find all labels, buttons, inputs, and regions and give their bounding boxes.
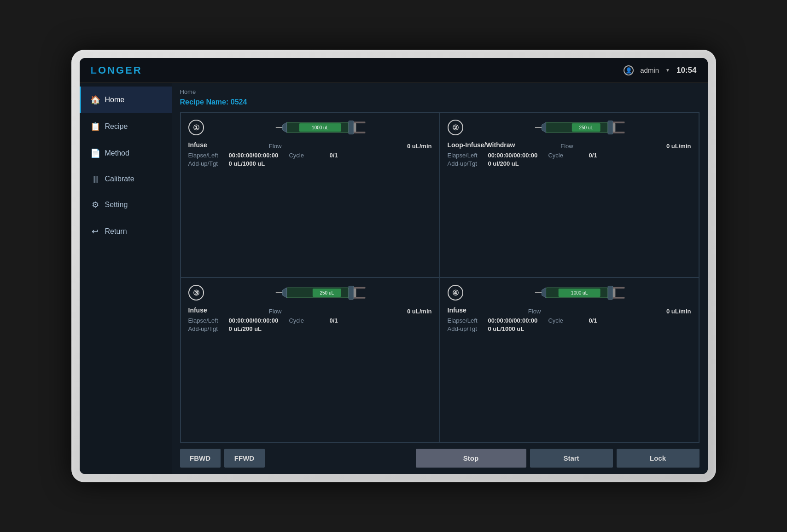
screen: LONGER 👤 admin ▼ 10:54 🏠 Home 📋 Recipe	[80, 58, 708, 474]
pump-4-cycle-label: Cycle	[548, 317, 585, 324]
recipe-name: Recipe Name: 0524	[180, 98, 700, 106]
pump-1-addup-value: 0 uL/1000 uL	[229, 160, 265, 167]
sidebar-label-setting: Setting	[105, 201, 128, 209]
breadcrumb: Home	[180, 88, 700, 95]
return-icon: ↩	[90, 226, 100, 237]
start-button[interactable]: Start	[530, 449, 613, 468]
pump-2-info: Loop-Infuse/Withdraw Flow 0 uL/min Elaps…	[448, 141, 691, 168]
pump-1-info: Infuse Flow 0 uL/min Elapse/Left 00:00:0…	[188, 141, 432, 168]
svg-rect-23	[354, 289, 356, 297]
pump-1-mode-row: Infuse Flow 0 uL/min	[188, 141, 432, 150]
header: LONGER 👤 admin ▼ 10:54	[80, 58, 708, 83]
pump-4-addup-value: 0 uL/1000 uL	[488, 325, 525, 332]
pump-4-cycle-value: 0/1	[589, 317, 597, 324]
sidebar-item-setting[interactable]: ⚙ Setting	[80, 191, 172, 218]
pump-3-syringe: 250 uL	[210, 283, 432, 302]
pump-4-elapse-label: Elapse/Left	[448, 317, 484, 324]
pump-grid: ①	[180, 112, 700, 443]
pump-card-2[interactable]: ② 250 uL	[440, 112, 699, 278]
pump-4-addup-label: Add-up/Tgt	[448, 325, 484, 332]
method-icon: 📄	[90, 148, 100, 158]
pump-2-header: ② 250 uL	[448, 118, 691, 137]
fbwd-button[interactable]: FBWD	[180, 449, 221, 468]
pump-3-elapse-value: 00:00:00/00:00:00	[229, 317, 279, 324]
pump-3-flow-label: Flow	[269, 308, 281, 315]
pump-1-mode: Infuse	[188, 141, 207, 149]
home-icon: 🏠	[90, 95, 100, 105]
pump-4-elapse-row: Elapse/Left 00:00:00/00:00:00 Cycle 0/1	[448, 317, 691, 324]
pump-2-addup-label: Add-up/Tgt	[448, 160, 484, 167]
sidebar: 🏠 Home 📋 Recipe 📄 Method |||| Calibrate …	[80, 83, 172, 474]
pump-1-header: ①	[188, 118, 432, 137]
bottom-bar: FBWD FFWD Stop Start Lock	[180, 449, 700, 468]
pump-3-elapse-label: Elapse/Left	[188, 317, 225, 324]
content-area: Home Recipe Name: 0524 ①	[172, 83, 708, 474]
recipe-name-label: Recipe Name:	[180, 98, 229, 106]
ffwd-button[interactable]: FFWD	[224, 449, 265, 468]
pump-3-info: Infuse Flow 0 uL/min Elapse/Left 00:00:0…	[188, 306, 432, 334]
pump-1-cycle-label: Cycle	[289, 152, 326, 159]
pump-1-syringe: 1000 uL	[210, 118, 432, 137]
pump-2-addup-value: 0 ul/200 uL	[488, 160, 519, 167]
pump-3-elapse-row: Elapse/Left 00:00:00/00:00:00 Cycle 0/1	[188, 317, 432, 324]
pump-card-1[interactable]: ①	[181, 112, 440, 278]
svg-rect-7	[354, 123, 356, 132]
pump-1-elapse-value: 00:00:00/00:00:00	[229, 152, 279, 159]
svg-rect-22	[354, 297, 365, 299]
svg-rect-12	[608, 121, 613, 134]
sidebar-item-recipe[interactable]: 📋 Recipe	[80, 113, 172, 140]
svg-text:1000 uL: 1000 uL	[571, 290, 588, 295]
pump-3-mode-row: Infuse Flow 0 uL/min	[188, 306, 432, 316]
pump-4-header: ④ 1000 uL	[448, 283, 691, 302]
pump-3-addup-value: 0 uL/200 uL	[229, 325, 262, 332]
logo: LONGER	[91, 64, 142, 76]
pump-2-mode-row: Loop-Infuse/Withdraw Flow 0 uL/min	[448, 141, 691, 150]
pump-card-3[interactable]: ③ 250 uL	[181, 278, 440, 443]
svg-text:1000 uL: 1000 uL	[312, 125, 329, 130]
svg-rect-29	[613, 287, 624, 289]
sidebar-item-method[interactable]: 📄 Method	[80, 140, 172, 167]
svg-rect-31	[613, 289, 615, 297]
sidebar-item-return[interactable]: ↩ Return	[80, 218, 172, 245]
sidebar-label-method: Method	[105, 149, 129, 157]
recipe-name-value: 0524	[231, 98, 247, 106]
lock-button[interactable]: Lock	[617, 449, 700, 468]
pump-4-mode: Infuse	[448, 306, 466, 314]
pump-3-addup-row: Add-up/Tgt 0 uL/200 uL	[188, 325, 432, 332]
calibrate-icon: ||||	[90, 175, 100, 183]
pump-2-syringe: 250 uL	[470, 118, 691, 137]
main-layout: 🏠 Home 📋 Recipe 📄 Method |||| Calibrate …	[80, 83, 708, 474]
pump-3-flow-value: 0 uL/min	[407, 308, 431, 315]
svg-rect-5	[354, 121, 365, 123]
pump-1-cycle-value: 0/1	[329, 152, 338, 159]
pump-4-number: ④	[448, 285, 463, 301]
sidebar-item-home[interactable]: 🏠 Home	[80, 87, 172, 113]
pump-1-elapse-row: Elapse/Left 00:00:00/00:00:00 Cycle 0/1	[188, 152, 432, 159]
pump-4-addup-row: Add-up/Tgt 0 uL/1000 uL	[448, 325, 691, 332]
pump-card-4[interactable]: ④ 1000 uL	[440, 278, 699, 443]
pump-3-mode: Infuse	[188, 306, 207, 314]
svg-rect-30	[613, 297, 624, 299]
sidebar-item-calibrate[interactable]: |||| Calibrate	[80, 167, 172, 191]
pump-1-flow-label: Flow	[269, 143, 281, 150]
pump-4-mode-row: Infuse Flow 0 uL/min	[448, 306, 691, 316]
pump-3-addup-label: Add-up/Tgt	[188, 325, 225, 332]
sidebar-label-return: Return	[105, 227, 127, 236]
pump-3-cycle-value: 0/1	[329, 317, 338, 324]
svg-rect-4	[349, 121, 354, 134]
svg-rect-14	[613, 132, 624, 133]
stop-button[interactable]: Stop	[416, 449, 526, 468]
pump-2-cycle-value: 0/1	[589, 152, 597, 159]
svg-text:250 uL: 250 uL	[320, 290, 334, 295]
svg-rect-6	[354, 132, 365, 133]
svg-rect-21	[354, 287, 365, 289]
pump-2-number: ②	[448, 120, 463, 135]
dropdown-arrow-icon[interactable]: ▼	[665, 68, 670, 73]
pump-3-number: ③	[188, 285, 204, 301]
pump-3-header: ③ 250 uL	[188, 283, 432, 302]
header-right: 👤 admin ▼ 10:54	[624, 65, 696, 75]
pump-4-elapse-value: 00:00:00/00:00:00	[488, 317, 538, 324]
svg-rect-15	[613, 123, 615, 132]
pump-1-addup-row: Add-up/Tgt 0 uL/1000 uL	[188, 160, 432, 167]
time-display: 10:54	[676, 66, 696, 75]
